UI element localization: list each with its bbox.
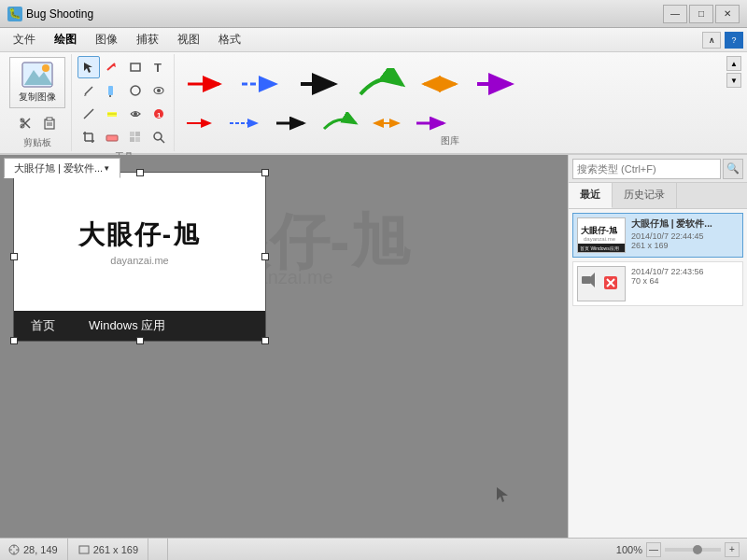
marker-icon <box>106 84 119 97</box>
tab-recent[interactable]: 最近 <box>569 183 613 208</box>
clipboard-section: 复制图像 剪贴板 <box>4 54 72 151</box>
small-red-arrow[interactable] <box>184 114 219 133</box>
select-tool[interactable] <box>78 56 100 78</box>
handle-br[interactable] <box>261 337 269 344</box>
close-button[interactable]: ✕ <box>715 5 740 23</box>
minimize-button[interactable]: — <box>663 5 687 23</box>
arrow-tool[interactable] <box>101 56 123 78</box>
small-green-arrow[interactable] <box>320 112 359 134</box>
svg-point-27 <box>134 112 137 116</box>
search-button[interactable]: 🔍 <box>723 159 743 179</box>
number-tool[interactable]: 1 <box>148 103 170 125</box>
blur-tool[interactable] <box>124 126 147 148</box>
marker-tool[interactable] <box>101 79 123 102</box>
zoom-out-button[interactable]: — <box>646 542 661 557</box>
handle-bl[interactable] <box>10 337 18 344</box>
number-icon: 1 <box>152 107 165 120</box>
small-blue-dashed-arrow[interactable] <box>227 114 266 133</box>
scroll-down-button[interactable]: ▼ <box>726 73 741 88</box>
line-tool[interactable] <box>78 103 100 125</box>
recent-item-1[interactable]: 大眼仔-旭 dayanzai.me 首页 Windows应用 大眼仔旭 | 爱软… <box>572 213 743 258</box>
eye-tool[interactable] <box>124 103 147 125</box>
small-purple-arrow[interactable] <box>414 114 453 133</box>
stamp-tool[interactable] <box>148 79 170 102</box>
menu-capture[interactable]: 捕获 <box>127 29 168 50</box>
document-tab[interactable]: 大眼仔旭 | 爱软件... ▼ <box>4 158 120 178</box>
crop-icon <box>82 131 95 144</box>
handle-bm[interactable] <box>136 337 144 344</box>
svg-text:1: 1 <box>157 111 162 119</box>
handle-tr[interactable] <box>261 169 269 176</box>
small-blue-dashed-arrow-icon <box>227 114 266 133</box>
rect-tool[interactable] <box>124 56 147 78</box>
menubar-right: ∧ ? <box>702 32 743 49</box>
recent-item-2[interactable]: 2014/10/7 22:43:56 70 x 64 <box>572 261 743 306</box>
ellipse-icon <box>129 84 142 97</box>
tab-history[interactable]: 历史记录 <box>613 183 677 208</box>
image-frame[interactable]: 大眼仔-旭 dayanzai.me 首页 Windows 应用 <box>13 172 266 342</box>
search-input[interactable] <box>572 159 721 179</box>
nav-home[interactable]: 首页 <box>14 312 72 340</box>
blue-dashed-arrow[interactable] <box>238 70 289 98</box>
logo-chinese: 大眼仔-旭 <box>78 220 201 249</box>
handle-mr[interactable] <box>261 253 269 260</box>
zoom-slider[interactable] <box>665 548 721 552</box>
cut-button[interactable] <box>14 112 36 134</box>
handle-ml[interactable] <box>10 253 18 260</box>
red-arrow[interactable] <box>184 70 231 98</box>
arrows-row2 <box>184 112 715 134</box>
highlight-tool[interactable] <box>101 103 123 125</box>
green-curved-arrow-icon <box>356 68 407 100</box>
copy-image-button[interactable]: 复制图像 <box>9 57 65 108</box>
zoom-slider-thumb[interactable] <box>693 545 702 554</box>
svg-rect-72 <box>582 276 591 284</box>
scroll-up-button[interactable]: ▲ <box>726 56 741 71</box>
svg-rect-15 <box>131 63 140 71</box>
menu-view[interactable]: 视图 <box>168 29 209 50</box>
pen-icon <box>82 84 95 97</box>
maximize-button[interactable]: □ <box>689 5 713 23</box>
clipboard-button[interactable] <box>38 112 61 134</box>
svg-marker-65 <box>497 487 508 502</box>
collapse-button[interactable]: ∧ <box>702 32 721 49</box>
titlebar-left: Bug Shooting <box>7 7 93 21</box>
tools-grid: T <box>78 56 170 148</box>
gallery-label-area: 图库 <box>184 134 715 147</box>
menu-image[interactable]: 图像 <box>86 29 127 50</box>
orange-double-arrow[interactable] <box>415 70 466 98</box>
menu-file[interactable]: 文件 <box>4 29 45 50</box>
small-orange-double-arrow[interactable] <box>367 114 406 133</box>
image-logo-area: 大眼仔-旭 dayanzai.me <box>14 173 265 311</box>
thumb-logo-svg: 大眼仔-旭 dayanzai.me 首页 Windows应用 <box>578 218 625 252</box>
menu-draw[interactable]: 绘图 <box>45 29 86 50</box>
recent-thumb-2 <box>577 266 626 301</box>
nav-windows[interactable]: Windows 应用 <box>72 312 182 340</box>
purple-arrow[interactable] <box>473 70 525 98</box>
black-arrow-icon <box>297 70 348 98</box>
svg-text:首页  Windows应用: 首页 Windows应用 <box>580 245 619 251</box>
help-button[interactable]: ? <box>725 32 743 49</box>
ellipse-tool[interactable] <box>124 79 147 102</box>
small-red-arrow-icon <box>184 114 219 133</box>
doc-tab-dropdown[interactable]: ▼ <box>103 164 110 173</box>
text-tool[interactable]: T <box>148 56 170 78</box>
menu-format[interactable]: 格式 <box>209 29 250 50</box>
crop-tool[interactable] <box>78 126 100 148</box>
black-arrow[interactable] <box>297 70 348 98</box>
blue-dashed-arrow-icon <box>238 70 289 98</box>
right-panel: 🔍 最近 历史记录 大眼仔-旭 dayanzai.me 首页 Windows应用 <box>568 155 747 538</box>
zoom-label: 100% <box>616 544 642 555</box>
handle-tm[interactable] <box>136 169 144 176</box>
zoom-icon <box>152 131 165 144</box>
titlebar: Bug Shooting — □ ✕ <box>0 0 747 28</box>
rectangle-icon <box>129 61 142 74</box>
zoom-tool[interactable] <box>148 126 170 148</box>
green-curved-arrow[interactable] <box>356 68 407 100</box>
pen-tool[interactable] <box>78 79 100 102</box>
dimensions-icon <box>78 543 91 556</box>
recent-info-2: 2014/10/7 22:43:56 70 x 64 <box>631 266 739 301</box>
zoom-in-button[interactable]: + <box>725 542 740 557</box>
small-black-arrow[interactable] <box>274 114 313 133</box>
erase-tool[interactable] <box>101 126 123 148</box>
image-logo-text: 大眼仔-旭 <box>78 217 201 253</box>
